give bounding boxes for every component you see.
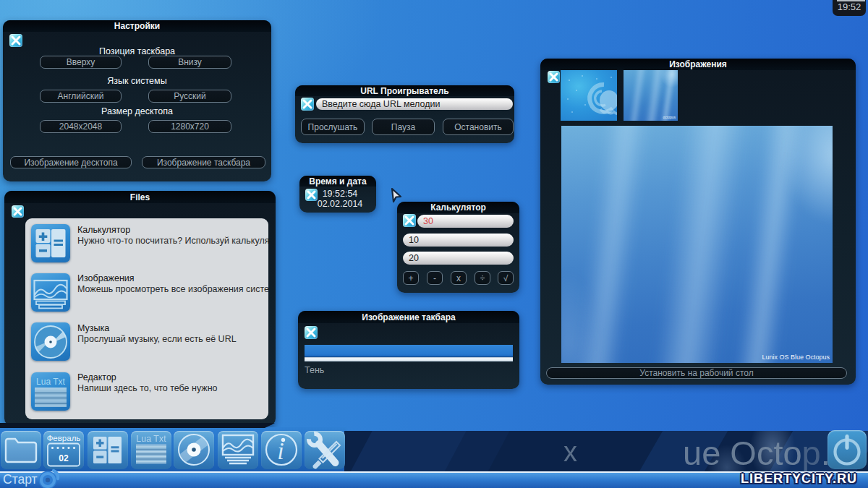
svg-text:i: i [277, 437, 284, 464]
svg-text:Lua Txt: Lua Txt [36, 377, 65, 387]
svg-text:Lua Txt: Lua Txt [136, 434, 166, 444]
svg-text:Февраль: Февраль [47, 434, 81, 442]
svg-text:02: 02 [59, 453, 69, 463]
